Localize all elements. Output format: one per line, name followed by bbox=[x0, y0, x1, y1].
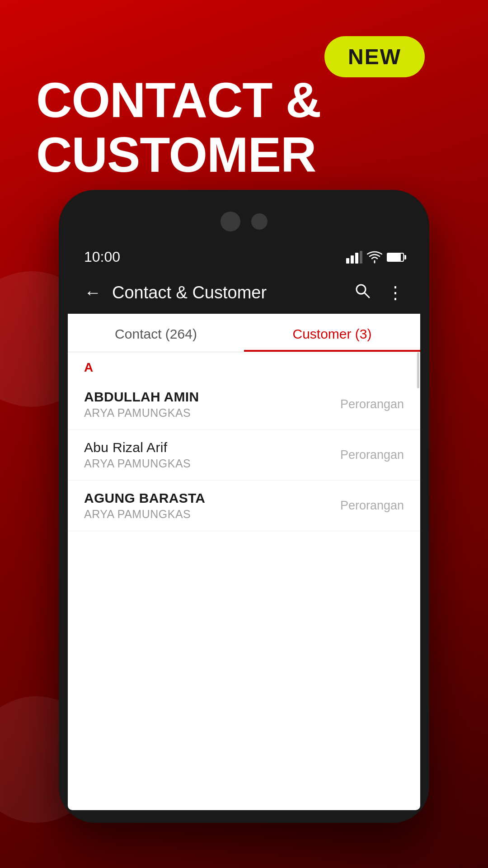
battery-icon bbox=[387, 253, 404, 262]
tab-bar: Contact (264) Customer (3) bbox=[68, 314, 420, 352]
status-time: 10:00 bbox=[84, 249, 120, 265]
header-title: Contact & Customer bbox=[112, 283, 345, 302]
svg-line-5 bbox=[365, 293, 369, 297]
phone-sensors bbox=[68, 199, 420, 241]
signal-icon bbox=[346, 251, 362, 264]
contact-type: Perorangan bbox=[340, 448, 404, 462]
app-header: ← Contact & Customer ⋮ bbox=[68, 272, 420, 314]
scroll-indicator bbox=[417, 352, 420, 531]
contact-type: Perorangan bbox=[340, 397, 404, 411]
svg-rect-0 bbox=[346, 258, 349, 264]
contact-info: ABDULLAH AMIN ARYA PAMUNGKAS bbox=[84, 389, 199, 420]
list-item[interactable]: ABDULLAH AMIN ARYA PAMUNGKAS Perorangan bbox=[68, 379, 420, 430]
contact-sub: ARYA PAMUNGKAS bbox=[84, 406, 199, 420]
contact-list-inner: A ABDULLAH AMIN ARYA PAMUNGKAS Peroranga… bbox=[68, 352, 420, 531]
camera-sensor bbox=[221, 212, 240, 231]
svg-rect-3 bbox=[360, 251, 362, 264]
svg-rect-1 bbox=[351, 255, 354, 264]
contact-type: Perorangan bbox=[340, 499, 404, 513]
more-menu-icon[interactable]: ⋮ bbox=[387, 283, 404, 303]
section-header-a: A bbox=[68, 352, 420, 379]
svg-rect-2 bbox=[355, 253, 358, 264]
contact-info: AGUNG BARASTA ARYA PAMUNGKAS bbox=[84, 491, 205, 521]
phone-screen: 10:00 bbox=[68, 241, 420, 810]
page-title: CONTACT & CUSTOMER bbox=[36, 72, 488, 182]
back-button[interactable]: ← bbox=[84, 283, 101, 302]
contact-name: ABDULLAH AMIN bbox=[84, 389, 199, 405]
contact-sub: ARYA PAMUNGKAS bbox=[84, 508, 205, 521]
contact-sub: ARYA PAMUNGKAS bbox=[84, 457, 191, 470]
phone-mockup: 10:00 bbox=[59, 190, 429, 823]
contact-name: AGUNG BARASTA bbox=[84, 491, 205, 506]
search-icon[interactable] bbox=[354, 283, 371, 303]
contact-list: A ABDULLAH AMIN ARYA PAMUNGKAS Peroranga… bbox=[68, 352, 420, 810]
contact-name: Abu Rizal Arif bbox=[84, 440, 191, 455]
contact-info: Abu Rizal Arif ARYA PAMUNGKAS bbox=[84, 440, 191, 470]
wifi-icon bbox=[367, 251, 382, 264]
list-item[interactable]: Abu Rizal Arif ARYA PAMUNGKAS Perorangan bbox=[68, 430, 420, 481]
tab-customer[interactable]: Customer (3) bbox=[244, 314, 420, 352]
proximity-sensor bbox=[251, 213, 267, 230]
status-bar: 10:00 bbox=[68, 241, 420, 272]
list-item[interactable]: AGUNG BARASTA ARYA PAMUNGKAS Perorangan bbox=[68, 481, 420, 531]
scroll-thumb bbox=[417, 352, 419, 388]
tab-contact[interactable]: Contact (264) bbox=[68, 314, 244, 352]
status-icons bbox=[346, 251, 404, 264]
new-badge: NEW bbox=[324, 36, 425, 77]
